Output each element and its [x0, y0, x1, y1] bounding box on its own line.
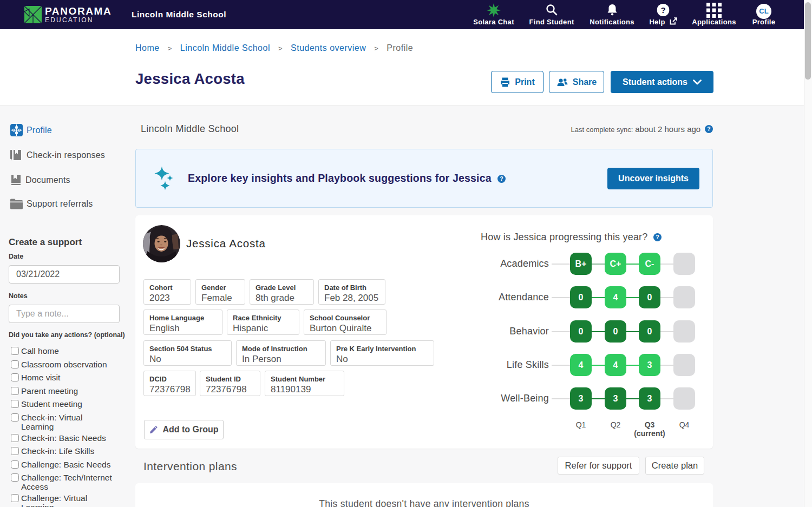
svg-text:?: ?: [660, 5, 665, 15]
